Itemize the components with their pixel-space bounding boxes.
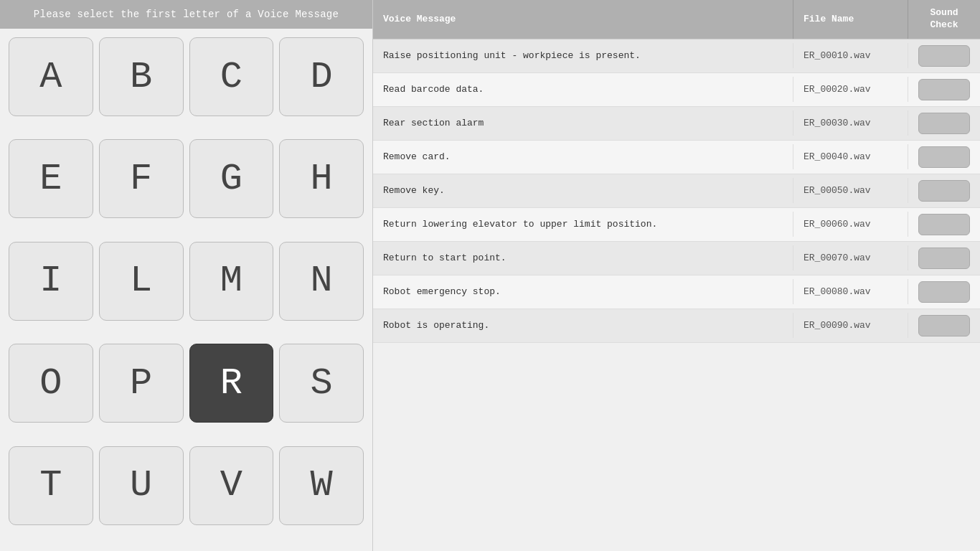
letter-btn-f[interactable]: F xyxy=(99,139,184,218)
table-row: Robot emergency stop.ER_00080.wav xyxy=(373,276,980,309)
file-name-text: ER_00040.wav xyxy=(793,144,908,169)
right-panel-header: Voice Message File Name SoundCheck xyxy=(373,0,980,39)
sound-check-column-header: SoundCheck xyxy=(908,0,980,39)
letter-btn-c[interactable]: C xyxy=(189,37,274,116)
letter-btn-e[interactable]: E xyxy=(9,139,93,218)
sound-check-button[interactable] xyxy=(918,45,970,67)
table-row: Raise positioning unit - workpiece is pr… xyxy=(373,39,980,73)
letter-btn-m[interactable]: M xyxy=(189,242,274,321)
sound-check-cell xyxy=(908,174,980,207)
sound-check-button[interactable] xyxy=(918,146,970,168)
sound-check-cell xyxy=(908,141,980,174)
letter-btn-s[interactable]: S xyxy=(279,344,364,423)
letter-btn-i[interactable]: I xyxy=(9,242,93,321)
letter-btn-a[interactable]: A xyxy=(9,37,93,116)
letter-btn-h[interactable]: H xyxy=(279,139,364,218)
voice-message-column-header: Voice Message xyxy=(373,0,793,39)
letter-btn-p[interactable]: P xyxy=(99,344,184,423)
left-panel: Please select the first letter of a Voic… xyxy=(0,0,373,551)
file-name-text: ER_00090.wav xyxy=(793,313,908,338)
letter-btn-u[interactable]: U xyxy=(99,446,184,525)
letter-btn-v[interactable]: V xyxy=(189,446,274,525)
table-row: Remove key.ER_00050.wav xyxy=(373,174,980,208)
letter-btn-l[interactable]: L xyxy=(99,242,184,321)
voice-message-text: Rear section alarm xyxy=(373,110,793,136)
voice-message-text: Raise positioning unit - workpiece is pr… xyxy=(373,43,793,68)
right-panel: Voice Message File Name SoundCheck Raise… xyxy=(373,0,980,551)
sound-check-button[interactable] xyxy=(918,79,970,100)
letter-grid: ABCDEFGHILMNOPRSTUVW xyxy=(0,29,372,551)
table-row: Read barcode data.ER_00020.wav xyxy=(373,73,980,107)
letter-btn-b[interactable]: B xyxy=(99,37,184,116)
letter-btn-d[interactable]: D xyxy=(279,37,364,116)
letter-btn-g[interactable]: G xyxy=(189,139,274,218)
file-name-text: ER_00030.wav xyxy=(793,110,908,136)
table-row: Return to start point.ER_00070.wav xyxy=(373,242,980,276)
file-name-text: ER_00010.wav xyxy=(793,43,908,68)
table-row: Remove card.ER_00040.wav xyxy=(373,141,980,174)
file-name-text: ER_00070.wav xyxy=(793,245,908,270)
sound-check-button[interactable] xyxy=(918,281,970,303)
sound-check-button[interactable] xyxy=(918,248,970,269)
main-container: Please select the first letter of a Voic… xyxy=(0,0,980,551)
left-panel-header: Please select the first letter of a Voic… xyxy=(0,0,372,29)
letter-btn-n[interactable]: N xyxy=(279,242,364,321)
sound-check-button[interactable] xyxy=(918,180,970,202)
voice-message-text: Remove card. xyxy=(373,144,793,169)
voice-message-text: Remove key. xyxy=(373,178,793,203)
voice-message-text: Return lowering elevator to upper limit … xyxy=(373,212,793,237)
sound-check-cell xyxy=(908,107,980,140)
letter-btn-t[interactable]: T xyxy=(9,446,93,525)
sound-check-cell xyxy=(908,73,980,106)
voice-message-text: Robot is operating. xyxy=(373,313,793,338)
table-row: Rear section alarmER_00030.wav xyxy=(373,107,980,141)
message-list: Raise positioning unit - workpiece is pr… xyxy=(373,39,980,551)
sound-check-button[interactable] xyxy=(918,113,970,134)
sound-check-cell xyxy=(908,39,980,72)
letter-btn-r[interactable]: R xyxy=(189,344,274,423)
sound-check-cell xyxy=(908,242,980,275)
voice-message-text: Robot emergency stop. xyxy=(373,279,793,304)
letter-btn-o[interactable]: O xyxy=(9,344,93,423)
sound-check-button[interactable] xyxy=(918,214,970,235)
sound-check-cell xyxy=(908,276,980,309)
voice-message-text: Read barcode data. xyxy=(373,77,793,102)
table-row: Robot is operating.ER_00090.wav xyxy=(373,309,980,343)
file-name-column-header: File Name xyxy=(793,0,908,39)
file-name-text: ER_00060.wav xyxy=(793,212,908,237)
file-name-text: ER_00050.wav xyxy=(793,178,908,203)
sound-check-button[interactable] xyxy=(918,315,970,336)
table-row: Return lowering elevator to upper limit … xyxy=(373,208,980,242)
letter-btn-w[interactable]: W xyxy=(279,446,364,525)
file-name-text: ER_00080.wav xyxy=(793,279,908,304)
sound-check-cell xyxy=(908,208,980,241)
file-name-text: ER_00020.wav xyxy=(793,77,908,102)
sound-check-cell xyxy=(908,309,980,342)
voice-message-text: Return to start point. xyxy=(373,245,793,270)
